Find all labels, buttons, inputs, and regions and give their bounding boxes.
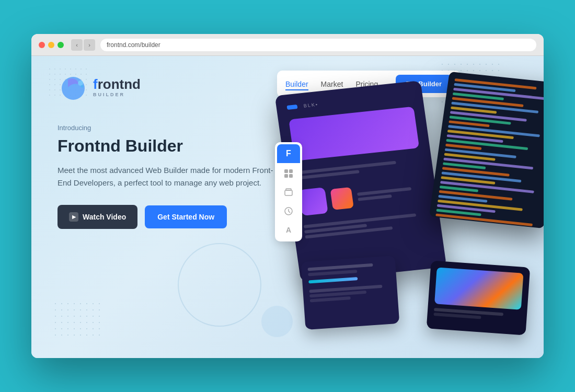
card-line	[357, 187, 411, 196]
svg-rect-3	[284, 169, 288, 173]
minimize-button[interactable]	[48, 42, 54, 48]
accent-bar	[308, 277, 358, 284]
code-lines	[435, 78, 544, 227]
bottom-card-2	[427, 261, 531, 336]
maximize-button[interactable]	[58, 42, 64, 48]
card-accent-block	[330, 187, 354, 210]
traffic-lights	[39, 42, 64, 48]
circle-decoration	[178, 243, 261, 327]
watch-video-button[interactable]: ▶ Watch Video	[58, 205, 137, 229]
logo-name: frontnd	[93, 77, 141, 91]
intro-label: Introducing	[58, 124, 277, 132]
svg-rect-5	[284, 174, 288, 178]
svg-point-2	[81, 85, 84, 88]
sidebar-icon-components[interactable]	[277, 202, 300, 221]
play-icon: ▶	[69, 212, 78, 222]
svg-rect-4	[289, 169, 293, 173]
watch-video-label: Watch Video	[83, 213, 126, 221]
browser-chrome: ‹ ›	[31, 34, 544, 56]
content-area: Introducing Frontnd Builder Meet the mos…	[58, 124, 277, 229]
address-bar[interactable]	[100, 39, 536, 51]
logo-area: frontnd BUILDER	[58, 72, 141, 103]
forward-arrow[interactable]: ›	[84, 39, 95, 51]
card-purple-block	[289, 107, 419, 161]
sidebar-logo: F	[277, 144, 300, 163]
back-arrow[interactable]: ‹	[71, 39, 83, 51]
nav-arrows: ‹ ›	[71, 39, 95, 51]
logo-text-group: frontnd BUILDER	[93, 77, 141, 97]
svg-rect-8	[286, 189, 291, 190]
svg-rect-6	[289, 174, 293, 178]
svg-rect-7	[285, 190, 292, 195]
logo-icon	[58, 72, 89, 103]
card-line	[358, 194, 392, 201]
logo-sub: BUILDER	[93, 92, 141, 97]
sidebar-icon-text[interactable]: A	[277, 221, 300, 239]
browser-window: ‹ ›	[31, 34, 544, 358]
sidebar-icons: F A	[275, 142, 302, 241]
dot-grid-decoration-bl	[52, 301, 105, 337]
code-card	[429, 72, 544, 228]
get-started-button[interactable]: Get Started Now	[145, 205, 227, 228]
sidebar-icon-grid[interactable]	[277, 164, 300, 183]
svg-point-1	[78, 80, 83, 86]
main-heading: Frontnd Builder	[58, 136, 277, 156]
card-text-lines	[357, 186, 426, 201]
mockup-area: BLK•	[272, 56, 544, 358]
cta-buttons: ▶ Watch Video Get Started Now	[58, 205, 277, 229]
close-button[interactable]	[39, 42, 45, 48]
card-small-block	[298, 187, 328, 216]
sidebar-icon-layers[interactable]	[277, 183, 300, 202]
hero-description: Meet the most advanced Web Builder made …	[58, 164, 277, 189]
bottom-card-1	[301, 256, 400, 330]
browser-content: frontnd BUILDER Builder Market Pricing T…	[31, 56, 544, 358]
code-line	[435, 213, 533, 226]
